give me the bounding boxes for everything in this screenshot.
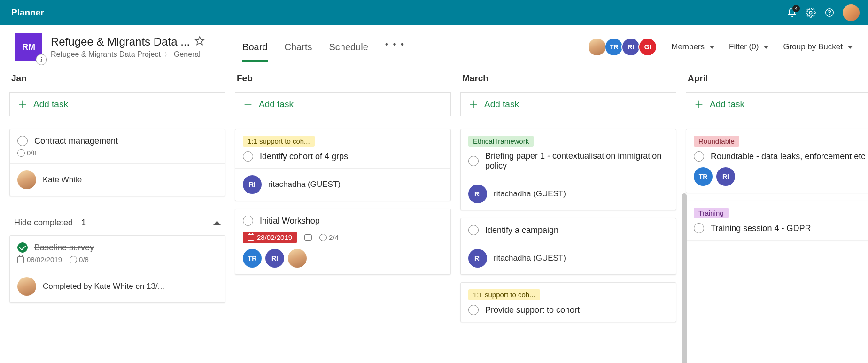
assignee-name: Kate White xyxy=(43,175,82,185)
task-checkbox[interactable] xyxy=(243,216,253,226)
task-tag: 1:1 support to coh... xyxy=(243,136,315,147)
avatar-ri: RI xyxy=(265,249,284,268)
task-assignees: TR RI xyxy=(694,167,868,186)
help-icon[interactable] xyxy=(820,3,839,22)
task-checkbox[interactable] xyxy=(17,136,28,146)
add-task-button[interactable]: Add task xyxy=(9,92,225,116)
user-avatar[interactable] xyxy=(843,4,860,21)
chevron-down-icon xyxy=(847,46,853,49)
members-dropdown[interactable]: Members xyxy=(671,42,715,52)
add-task-label: Add task xyxy=(259,99,294,109)
bucket-title[interactable]: March xyxy=(460,73,676,92)
avatar-photo xyxy=(288,249,307,268)
filter-dropdown[interactable]: Filter (0) xyxy=(729,42,769,52)
plan-tile-initials: RM xyxy=(22,42,35,52)
task-checkbox[interactable] xyxy=(468,225,479,235)
task-checkbox[interactable] xyxy=(694,223,704,233)
bucket-march: March Add task Ethical framework Briefin… xyxy=(460,73,676,352)
task-card[interactable]: Contract management 0/8 Kate White xyxy=(9,129,225,196)
more-options-icon[interactable]: • • • xyxy=(385,39,405,55)
add-task-button[interactable]: Add task xyxy=(686,92,868,116)
chevron-down-icon xyxy=(763,46,769,49)
avatar-ri: RI xyxy=(621,38,640,56)
task-checkbox-done[interactable] xyxy=(17,242,28,253)
task-card[interactable]: Ethical framework Briefing paper 1 - con… xyxy=(460,129,676,210)
due-date-overdue: 28/02/2019 xyxy=(243,232,297,243)
groupby-dropdown[interactable]: Group by Bucket xyxy=(783,42,853,52)
filter-label: Filter (0) xyxy=(729,42,759,52)
chevron-down-icon xyxy=(709,46,715,49)
task-checkbox[interactable] xyxy=(694,151,704,162)
task-card[interactable]: Initial Workshop 28/02/2019 2/4 TR RI xyxy=(235,209,451,275)
assignee-avatar: RI xyxy=(468,249,487,268)
members-label: Members xyxy=(671,42,705,52)
svg-point-2 xyxy=(829,15,829,15)
avatar-ri: RI xyxy=(716,167,735,186)
breadcrumb-leaf[interactable]: General xyxy=(174,50,201,59)
assignee-name: ritachadha (GUEST) xyxy=(268,180,341,189)
task-title: Roundtable - data leaks, enforcement etc xyxy=(711,152,865,162)
tab-charts[interactable]: Charts xyxy=(285,32,312,62)
app-title: Planner xyxy=(11,8,783,18)
task-title: Initial Workshop xyxy=(260,216,320,226)
scrollbar[interactable] xyxy=(682,193,687,363)
chevron-right-icon: 〉 xyxy=(164,51,170,59)
bucket-title[interactable]: Jan xyxy=(9,73,225,92)
assignee-avatar xyxy=(17,277,36,296)
plus-icon xyxy=(17,99,28,109)
task-title: Provide support to cohort xyxy=(485,305,580,315)
task-tag: Roundtable xyxy=(694,136,739,147)
plan-members-avatars[interactable]: TR RI GI xyxy=(589,38,657,56)
task-date: 08/02/2019 xyxy=(17,255,62,263)
plan-title: Refugee & Migrants Data ... xyxy=(51,35,190,48)
checklist-count: 0/8 xyxy=(70,255,89,263)
tab-schedule[interactable]: Schedule xyxy=(329,32,368,62)
add-task-button[interactable]: Add task xyxy=(235,92,451,116)
chevron-up-icon xyxy=(213,221,221,225)
tab-board[interactable]: Board xyxy=(242,32,267,62)
hide-completed-toggle[interactable]: Hide completed 1 xyxy=(9,204,225,235)
assignee-avatar: RI xyxy=(468,185,487,203)
assignee-name: ritachadha (GUEST) xyxy=(494,254,566,263)
task-card[interactable]: Identify a campaign RI ritachadha (GUEST… xyxy=(460,218,676,275)
task-title: Training session 4 - GDPR xyxy=(711,224,811,233)
notifications-icon[interactable]: 4 xyxy=(783,3,801,22)
plus-icon xyxy=(468,99,479,109)
hide-completed-label: Hide completed xyxy=(14,218,73,228)
avatar-tr: TR xyxy=(243,249,262,268)
task-checkbox[interactable] xyxy=(468,156,479,166)
task-tag: Training xyxy=(694,208,728,218)
avatar-gi: GI xyxy=(638,38,657,56)
assignee-name: ritachadha (GUEST) xyxy=(494,189,566,199)
task-assignees: TR RI xyxy=(243,249,443,268)
comment-icon xyxy=(304,234,312,241)
task-checkbox[interactable] xyxy=(243,151,253,162)
svg-marker-3 xyxy=(195,37,204,45)
task-card[interactable]: 1:1 support to coh... Provide support to… xyxy=(460,282,676,322)
task-card[interactable]: Training Training session 4 - GDPR xyxy=(686,201,868,240)
bucket-feb: Feb Add task 1:1 support to coh... Ident… xyxy=(235,73,451,352)
svg-point-0 xyxy=(809,11,812,14)
plus-icon xyxy=(243,99,253,109)
task-card[interactable]: Roundtable Roundtable - data leaks, enfo… xyxy=(686,129,868,193)
checklist-count: 0/8 xyxy=(17,149,37,157)
task-title: Baseline survey xyxy=(34,243,94,253)
groupby-label: Group by Bucket xyxy=(783,42,843,52)
task-card-completed[interactable]: Baseline survey 08/02/2019 0/8 Completed… xyxy=(9,235,225,303)
avatar-tr: TR xyxy=(694,167,713,186)
gear-icon[interactable] xyxy=(801,3,820,22)
add-task-button[interactable]: Add task xyxy=(460,92,676,116)
breadcrumb: Refugee & Migrants Data Project 〉 Genera… xyxy=(51,50,205,59)
task-title: Briefing paper 1 - contextualisation imm… xyxy=(485,151,668,171)
bucket-title[interactable]: Feb xyxy=(235,73,451,92)
plus-icon xyxy=(694,99,704,109)
breadcrumb-root[interactable]: Refugee & Migrants Data Project xyxy=(51,50,161,59)
task-card[interactable]: 1:1 support to coh... Identify cohort of… xyxy=(235,129,451,201)
task-checkbox[interactable] xyxy=(468,305,479,315)
completed-by-text: Completed by Kate White on 13/... xyxy=(43,282,164,291)
add-task-label: Add task xyxy=(484,99,519,109)
notification-badge: 4 xyxy=(792,5,800,12)
bucket-title[interactable]: April xyxy=(686,73,868,92)
favorite-star-icon[interactable] xyxy=(194,36,205,48)
board-area: Jan Add task Contract management 0/8 Kat… xyxy=(0,62,868,363)
